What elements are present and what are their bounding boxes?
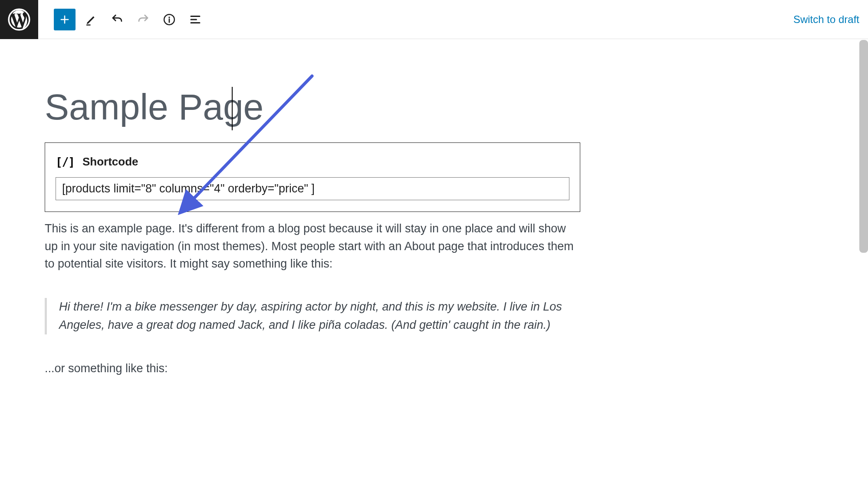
- quote-block[interactable]: Hi there! I'm a bike messenger by day, a…: [45, 298, 580, 334]
- list-view-button[interactable]: [185, 9, 206, 30]
- shortcode-label: Shortcode: [82, 155, 138, 169]
- plus-icon: [59, 13, 71, 26]
- list-view-icon: [189, 13, 202, 26]
- shortcode-input[interactable]: [56, 177, 569, 200]
- page-title-wrap: Sample Page: [45, 87, 580, 127]
- add-block-button[interactable]: [54, 9, 76, 30]
- undo-icon: [111, 13, 124, 26]
- shortcode-block-header: [/] Shortcode: [56, 155, 569, 169]
- shortcode-block[interactable]: [/] Shortcode: [45, 142, 580, 212]
- undo-button[interactable]: [107, 9, 128, 30]
- edit-mode-button[interactable]: [81, 9, 102, 30]
- switch-to-draft-link[interactable]: Switch to draft: [793, 13, 859, 26]
- editor-toolbar: [38, 9, 206, 30]
- editor-content: Sample Page [/] Shortcode This is an exa…: [41, 87, 584, 412]
- redo-button: [133, 9, 154, 30]
- page-title[interactable]: Sample Page: [45, 87, 580, 127]
- redo-icon: [137, 13, 150, 26]
- editor-viewport[interactable]: Sample Page [/] Shortcode This is an exa…: [0, 39, 868, 486]
- shortcode-icon: [/]: [56, 155, 75, 169]
- text-cursor: [232, 87, 233, 130]
- after-quote-paragraph[interactable]: ...or something like this:: [45, 360, 580, 377]
- info-button[interactable]: [159, 9, 180, 30]
- svg-point-2: [168, 17, 170, 18]
- wordpress-logo[interactable]: [0, 0, 38, 39]
- editor-topbar: Switch to draft: [0, 0, 868, 39]
- wordpress-icon: [8, 8, 30, 31]
- intro-paragraph[interactable]: This is an example page. It's different …: [45, 220, 580, 273]
- info-icon: [163, 13, 176, 26]
- scrollbar-thumb[interactable]: [859, 40, 868, 253]
- pencil-icon: [85, 13, 98, 26]
